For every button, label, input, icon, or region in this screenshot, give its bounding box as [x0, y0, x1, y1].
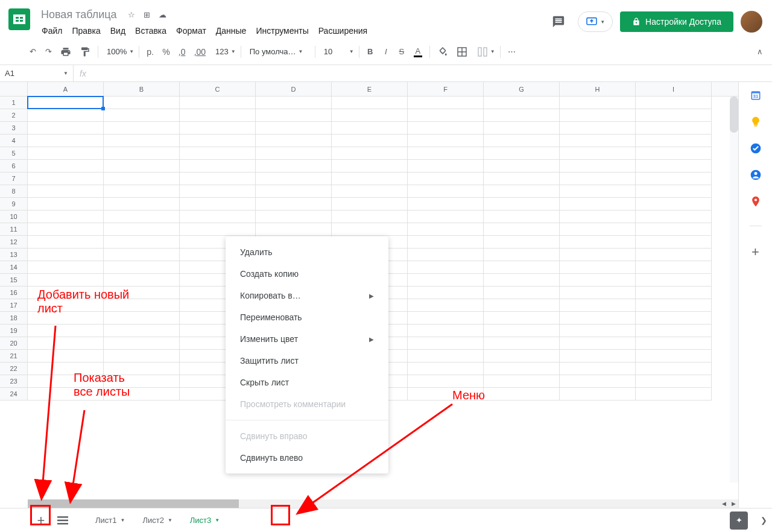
cell[interactable]: [408, 337, 484, 350]
row-header[interactable]: 18: [0, 312, 28, 325]
cell[interactable]: [484, 236, 560, 249]
cell[interactable]: [256, 198, 332, 211]
cell[interactable]: [408, 363, 484, 375]
font-select[interactable]: По умолча…▼: [245, 45, 311, 59]
column-header[interactable]: B: [104, 82, 180, 96]
cell[interactable]: [560, 312, 636, 325]
cell[interactable]: [104, 249, 180, 261]
cell[interactable]: [636, 375, 712, 388]
cell[interactable]: [484, 147, 560, 160]
cell[interactable]: [256, 109, 332, 122]
column-header[interactable]: F: [408, 82, 484, 96]
column-header[interactable]: G: [484, 82, 560, 96]
cell[interactable]: [28, 363, 104, 375]
cell[interactable]: [28, 97, 104, 109]
cell[interactable]: [560, 375, 636, 388]
percent-button[interactable]: %: [159, 43, 173, 60]
cell[interactable]: [636, 287, 712, 299]
strikethrough-button[interactable]: S: [394, 43, 409, 60]
cell[interactable]: [560, 287, 636, 299]
name-box[interactable]: A1▼: [0, 65, 74, 81]
cell[interactable]: [560, 299, 636, 312]
cell[interactable]: [408, 160, 484, 173]
menu-формат[interactable]: Формат: [172, 24, 210, 38]
cell[interactable]: [636, 147, 712, 160]
cell[interactable]: [256, 122, 332, 135]
cell[interactable]: [104, 147, 180, 160]
redo-button[interactable]: ↷: [41, 43, 55, 60]
menu-вид[interactable]: Вид: [106, 24, 130, 38]
cell[interactable]: [408, 173, 484, 185]
select-all-corner[interactable]: [0, 82, 28, 96]
contacts-icon[interactable]: [750, 169, 762, 181]
cell[interactable]: [484, 325, 560, 337]
undo-button[interactable]: ↶: [25, 43, 40, 60]
context-menu-item[interactable]: Защитить лист: [226, 350, 388, 372]
row-header[interactable]: 20: [0, 337, 28, 350]
row-header[interactable]: 15: [0, 274, 28, 287]
menu-вставка[interactable]: Вставка: [131, 24, 171, 38]
cell[interactable]: [408, 261, 484, 274]
more-toolbar-button[interactable]: ⋯: [504, 43, 520, 60]
borders-button[interactable]: [453, 43, 471, 61]
row-header[interactable]: 5: [0, 147, 28, 160]
row-header[interactable]: 3: [0, 122, 28, 135]
cell[interactable]: [484, 299, 560, 312]
sheet-tab-menu-caret[interactable]: ▼: [120, 518, 125, 523]
cell[interactable]: [104, 185, 180, 198]
cell[interactable]: [256, 185, 332, 198]
row-header[interactable]: 6: [0, 160, 28, 173]
cell[interactable]: [560, 198, 636, 211]
row-header[interactable]: 17: [0, 299, 28, 312]
cell[interactable]: [28, 261, 104, 274]
document-title[interactable]: Новая таблица: [37, 7, 121, 22]
cell[interactable]: [484, 249, 560, 261]
cell[interactable]: [180, 198, 256, 211]
cell[interactable]: [408, 97, 484, 109]
cell[interactable]: [104, 211, 180, 223]
cell[interactable]: [408, 312, 484, 325]
cell[interactable]: [332, 173, 408, 185]
cell[interactable]: [28, 173, 104, 185]
cell[interactable]: [104, 122, 180, 135]
row-header[interactable]: 23: [0, 375, 28, 388]
cell[interactable]: [560, 147, 636, 160]
present-button[interactable]: ▼: [578, 11, 613, 32]
menu-файл[interactable]: Файл: [37, 24, 66, 38]
cell[interactable]: [636, 363, 712, 375]
cell[interactable]: [408, 388, 484, 401]
cell[interactable]: [256, 147, 332, 160]
cell[interactable]: [104, 274, 180, 287]
cell[interactable]: [636, 185, 712, 198]
cell[interactable]: [636, 325, 712, 337]
sheet-tab[interactable]: Лист2▼: [133, 510, 180, 531]
cell[interactable]: [180, 160, 256, 173]
cell[interactable]: [332, 223, 408, 236]
cell[interactable]: [104, 299, 180, 312]
cell[interactable]: [104, 198, 180, 211]
cell[interactable]: [104, 261, 180, 274]
cell[interactable]: [636, 261, 712, 274]
column-header[interactable]: I: [636, 82, 712, 96]
cell[interactable]: [560, 109, 636, 122]
context-menu-item[interactable]: Копировать в…▶: [226, 285, 388, 306]
cell[interactable]: [256, 135, 332, 147]
cell[interactable]: [484, 261, 560, 274]
cell[interactable]: [332, 211, 408, 223]
cell[interactable]: [28, 350, 104, 363]
cell[interactable]: [256, 160, 332, 173]
cell[interactable]: [28, 185, 104, 198]
context-menu-item[interactable]: Сдвинуть влево: [226, 447, 388, 469]
calendar-icon[interactable]: 31: [750, 89, 762, 101]
tasks-icon[interactable]: [750, 142, 762, 154]
cell[interactable]: [104, 388, 180, 401]
cell[interactable]: [560, 274, 636, 287]
cell[interactable]: [180, 97, 256, 109]
cell[interactable]: [408, 109, 484, 122]
number-format-select[interactable]: 123▼: [210, 45, 237, 59]
cell[interactable]: [28, 274, 104, 287]
maps-icon[interactable]: [750, 195, 762, 207]
cell[interactable]: [484, 274, 560, 287]
keep-icon[interactable]: [750, 116, 762, 128]
cell[interactable]: [636, 236, 712, 249]
